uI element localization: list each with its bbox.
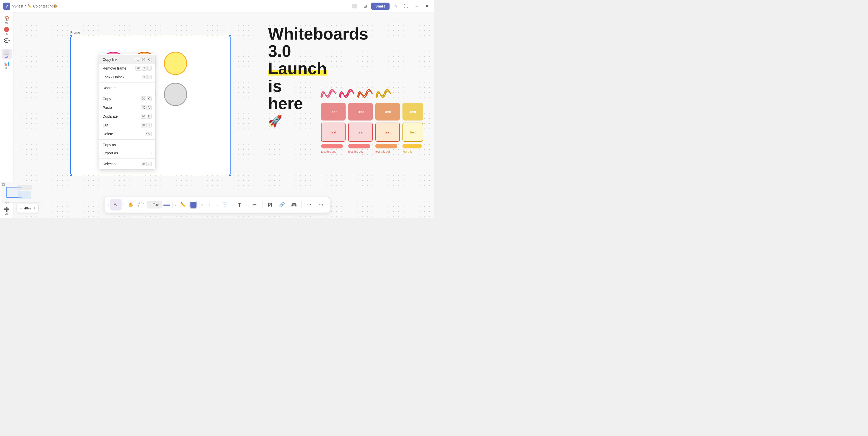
copy-as-arrow-icon: › (151, 143, 152, 147)
text-tool-button[interactable]: T (234, 199, 245, 210)
delete-shortcut: ⌫ (145, 132, 152, 136)
test-card-top-2: Test (348, 103, 373, 120)
task-label: Task (153, 203, 159, 207)
redo-button[interactable]: ↪ (316, 199, 327, 210)
toolbar-shortcut-task: Shift + T (137, 202, 146, 207)
toolbar-shortcut-v: V (107, 204, 109, 206)
menu-item-remove-frame[interactable]: Remove frame ⌘⇧F (99, 64, 155, 73)
whiteboard-icon-btn[interactable]: ⬜ (350, 2, 359, 10)
close-button[interactable]: ✕ (423, 2, 431, 10)
arrow-tool-button[interactable]: ↑ (204, 199, 215, 210)
circle-gray[interactable] (164, 83, 187, 106)
menu-item-cut[interactable]: Cut ⌘X (99, 121, 155, 129)
menu-item-lock-unlock[interactable]: Lock / Unlock ⇧L (99, 73, 155, 82)
star-button[interactable]: ☆ (392, 2, 400, 10)
sidebar-item-home[interactable]: 🏠 Ho (2, 14, 12, 25)
circle-yellow[interactable] (164, 52, 187, 75)
cut-shortcut: ⌘X (141, 123, 152, 127)
lock-unlock-shortcut: ⇧L (142, 75, 152, 79)
lock-unlock-label: Lock / Unlock (103, 75, 124, 79)
select-tool-button[interactable]: ↖ (110, 199, 122, 210)
image-tool-button[interactable]: 🖼 (265, 199, 276, 210)
whiteboard-icon: ⬜ (4, 49, 9, 55)
menu-item-copy-as[interactable]: Copy as › (99, 141, 155, 149)
toolbar-sticky-group: N 📄 (216, 199, 230, 210)
task-tool-button[interactable]: ✓ Task (147, 201, 162, 208)
test-card-box-1: test (321, 123, 346, 142)
delete-label: Delete (103, 132, 113, 136)
toolbar-shortcut-t: T (231, 204, 233, 206)
toolbar-shortcut-h: H (123, 204, 124, 206)
toolbar-draw-group: D ✏️ (175, 199, 189, 210)
more-options-button[interactable]: ··· (412, 2, 421, 10)
mini-map (1, 182, 42, 202)
sidebar-item-whiteboard[interactable]: ⬜ Wh (2, 49, 12, 59)
zoom-out-button[interactable]: − (20, 206, 22, 211)
breadcrumb: v3-test / ✏️ Color testing🎨 (12, 4, 58, 8)
menu-item-copy[interactable]: Copy ⌘C (99, 94, 155, 103)
breadcrumb-page[interactable]: Color testing🎨 (33, 4, 58, 8)
breadcrumb-project[interactable]: v3-test (12, 4, 23, 8)
selection-handle-bl[interactable] (70, 174, 72, 176)
zoom-in-button[interactable]: + (33, 206, 36, 211)
menu-item-export-as[interactable]: Export as › (99, 149, 155, 157)
canvas-area[interactable]: Frame Copy link ⌥⌘C Remove frame (13, 12, 434, 218)
menu-item-duplicate[interactable]: Duplicate ⌘D (99, 112, 155, 121)
check-icon: ✓ (149, 203, 152, 207)
chat-icon: 💬 (4, 38, 9, 44)
fullscreen-button[interactable]: ⛶ (402, 2, 410, 10)
menu-item-select-all[interactable]: Select all ⌘A (99, 159, 155, 168)
text-icon: T (238, 202, 241, 208)
table-icon-btn[interactable]: ⊞ (361, 2, 369, 10)
menu-item-delete[interactable]: Delete ⌫ (99, 129, 155, 138)
selection-handle-tr[interactable] (229, 35, 231, 37)
test-card-box-2: test (348, 123, 373, 142)
apps-icon: 🎮 (291, 202, 297, 208)
selection-handle-br[interactable] (229, 174, 231, 176)
copy-as-label: Copy as (103, 143, 116, 147)
sidebar-item-inbox[interactable]: In (2, 26, 12, 36)
sidebar-item-create[interactable]: ➕ Cre (2, 206, 12, 216)
topbar: V v3-test / ✏️ Color testing🎨 ⬜ ⊞ Share … (0, 0, 434, 12)
sidebar-item-chat[interactable]: 💬 Ch (2, 37, 12, 48)
undo-button[interactable]: ↩ (304, 199, 315, 210)
selection-handle-tl[interactable] (70, 35, 72, 37)
share-button[interactable]: Share (371, 3, 390, 10)
sticky-tool-button[interactable]: 📄 (219, 199, 230, 210)
toolbar-frame-group: F ▭ (246, 199, 260, 210)
remove-frame-shortcut: ⌘⇧F (135, 66, 152, 70)
wb-title-whiteboards: Whiteboards (268, 25, 368, 43)
frame-tool-button[interactable]: ▭ (249, 199, 260, 210)
create-icon: ➕ (4, 206, 9, 212)
frame-icon: ▭ (252, 202, 257, 208)
cut-label: Cut (103, 123, 108, 127)
menu-item-copy-link[interactable]: Copy link ⌥⌘C (99, 55, 155, 64)
squiggly-1 (320, 86, 337, 100)
topbar-actions: ⬜ ⊞ Share ☆ ⛶ ··· ✕ (350, 2, 431, 10)
toolbar-text-group: T T (231, 199, 246, 210)
test-card-link-1: test this out (321, 150, 346, 153)
toolbar-shortcut-n: N (216, 204, 218, 206)
toolbar-divider-4 (301, 201, 302, 208)
sidebar-item-more[interactable]: 📊 Mo (2, 60, 12, 70)
menu-item-paste[interactable]: Paste ⌘V (99, 103, 155, 112)
hand-tool-button[interactable]: ✋ (125, 199, 136, 210)
menu-item-reorder[interactable]: Reorder › (99, 84, 155, 92)
mini-map-collapse-btn[interactable] (2, 182, 5, 187)
test-card-top-1: Test (321, 103, 346, 120)
test-col-2: Test test test this out (348, 103, 373, 153)
pen-tool-button[interactable]: ✏️ (177, 199, 189, 210)
test-col-4: Test test test this (402, 103, 423, 153)
test-card-pill-3 (375, 144, 397, 148)
test-card-link-4: test this (402, 150, 423, 153)
menu-divider-3 (99, 139, 155, 140)
test-card-link-2: test this out (348, 150, 373, 153)
connect-tool-button[interactable]: 🔗 (277, 199, 287, 210)
apps-tool-button[interactable]: 🎮 (288, 199, 299, 210)
toolbar-tool-label-h: H (123, 204, 124, 206)
home-icon: 🏠 (4, 15, 9, 21)
toolbar-shortcut-f: F (246, 204, 248, 206)
color-swatch[interactable] (190, 201, 197, 208)
test-card-top-3: Test (375, 103, 400, 120)
squiggly-4 (375, 86, 392, 100)
